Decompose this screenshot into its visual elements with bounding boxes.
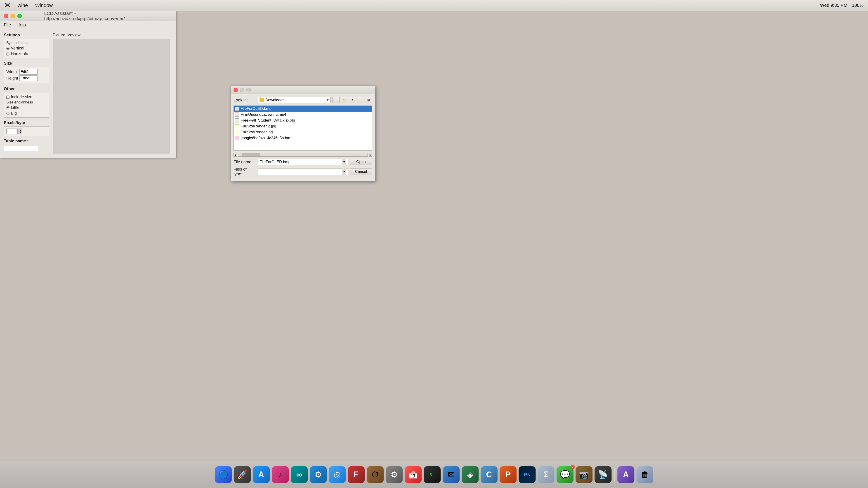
file-item-3[interactable]: FullSizeRender 2.jpg [234, 123, 372, 129]
width-input[interactable] [20, 69, 37, 74]
size-section: Size Width Height [4, 61, 49, 84]
alexwulff-icon: A [623, 470, 629, 480]
byte-orientation-group: Byte orientation Vertical Horizonta [4, 39, 49, 58]
dock-item-timemachine[interactable]: ⏱ [367, 466, 384, 483]
dock-separator [614, 468, 615, 482]
window-minimize-button[interactable] [11, 14, 15, 18]
apple-menu[interactable]: ⌘ [4, 2, 10, 9]
dock-item-carbon[interactable]: ◈ [462, 466, 479, 483]
width-row: Width [6, 69, 46, 74]
coda-icon: C [486, 470, 492, 480]
pixels-row: ▲ ▼ [6, 129, 46, 134]
file-icon-mp4 [235, 112, 239, 117]
scrollbar-area: ◀ ▶ [234, 153, 372, 157]
files-of-type-combo[interactable]: ▼ [258, 168, 348, 175]
file-icon-bmp [235, 107, 239, 111]
radio-horizontal-dot [6, 53, 9, 56]
dock-item-airfoil[interactable]: 📡 [594, 466, 612, 483]
file-name-2: Free-Fall_Student_Data.xlsx.xls [241, 118, 295, 123]
height-label: Height [6, 76, 18, 80]
file-name-value: FileForOLED.bmp [259, 160, 342, 164]
radio-vertical[interactable]: Vertical [6, 46, 46, 51]
look-in-combo[interactable]: Downloads ▼ [258, 97, 331, 103]
table-name-label: Table name : [4, 139, 49, 143]
window-titlebar: LCD Assistant – http://en.radzio.dxp.pl/… [0, 11, 176, 21]
open-button[interactable]: Open [350, 159, 372, 165]
file-item-2[interactable]: Free-Fall_Student_Data.xlsx.xls [234, 118, 372, 123]
dialog-close-button[interactable] [234, 88, 238, 92]
files-of-type-label: Files of type: [234, 167, 256, 176]
dock-item-finder[interactable]: 🔵 [215, 466, 232, 483]
dock-item-iphoto[interactable]: 📷 [576, 466, 593, 483]
menubar-right: Wed 9:35 PM 100% [820, 3, 864, 8]
look-in-label: Look in: [234, 98, 256, 103]
pixels-section: Pixels/byte ▲ ▼ [4, 121, 49, 136]
dock-item-coda[interactable]: C [480, 466, 498, 483]
window-close-button[interactable] [4, 14, 8, 18]
photoshop-icon: Ps [524, 472, 530, 478]
app-menu-wine[interactable]: wine [18, 2, 28, 8]
dock-item-syspref[interactable]: ⚙ [385, 466, 403, 483]
dock-item-photoshop[interactable]: Ps [519, 466, 536, 483]
height-input[interactable] [20, 75, 37, 81]
dock-item-appstore[interactable]: A [253, 466, 270, 483]
combo-arrow-icon: ▼ [327, 98, 329, 102]
toolbar-list-button[interactable]: ≡ [349, 97, 356, 103]
file-dialog: Look in: Downloads ▼ ↑ 📁 ≡ ☰ ⊞ FileForOL… [230, 86, 375, 181]
dock-item-filezilla[interactable]: F [348, 466, 365, 483]
dialog-toolbar: ↑ 📁 ≡ ☰ ⊞ [333, 97, 372, 103]
file-name-combo-arrow-icon[interactable]: ▼ [342, 159, 346, 165]
file-list[interactable]: FileForOLED.bmp FirmUnsungLacewing.mp4 F… [234, 105, 372, 151]
toolbar-preview-button[interactable]: ⊞ [365, 97, 372, 103]
scroll-left-button[interactable]: ◀ [234, 153, 237, 157]
dock-item-launchpad[interactable]: 🚀 [234, 466, 251, 483]
menu-file[interactable]: File [4, 22, 11, 28]
dock-item-terminal[interactable]: $_ [424, 466, 441, 483]
radio-little[interactable]: Little [6, 105, 46, 110]
dock-item-messages[interactable]: 2 💬 [557, 466, 574, 483]
cancel-button[interactable]: Cancel [350, 168, 372, 175]
file-item-0[interactable]: FileForOLED.bmp [234, 106, 372, 111]
file-icon-jpg-1 [235, 124, 239, 128]
carbon-icon: ◈ [467, 470, 473, 480]
file-item-4[interactable]: FullSizeRender.jpg [234, 129, 372, 135]
dock-item-mail[interactable]: ✉ [442, 466, 460, 483]
menu-help[interactable]: Help [17, 22, 26, 28]
pixels-down-button[interactable]: ▼ [19, 131, 22, 134]
size-content: Width Height [4, 67, 49, 84]
file-item-1[interactable]: FirmUnsungLacewing.mp4 [234, 111, 372, 118]
dock-item-trash[interactable]: 🗑 [636, 466, 653, 483]
dock-item-arduino[interactable]: ∞ [291, 466, 308, 483]
dock-item-ical[interactable]: 📅 [405, 466, 422, 483]
dock-item-xcode[interactable]: ⚙ [310, 466, 327, 483]
dock-item-itunes[interactable]: ♪ [272, 466, 289, 483]
terminal-icon: $_ [429, 472, 435, 477]
dialog-content: Look in: Downloads ▼ ↑ 📁 ≡ ☰ ⊞ FileForOL… [231, 94, 375, 181]
radio-big[interactable]: Big [6, 111, 46, 116]
pixels-up-button[interactable]: ▲ [19, 129, 22, 131]
scrollbar-thumb [242, 153, 260, 156]
messages-badge: 2 [571, 465, 575, 469]
table-name-input[interactable] [4, 146, 38, 151]
pixels-input[interactable] [6, 129, 18, 134]
toolbar-detail-button[interactable]: ☰ [357, 97, 364, 103]
dialog-traffic-lights [234, 88, 251, 92]
file-item-5[interactable]: google6ba94a14c246a5a.html [234, 135, 372, 141]
horizontal-scrollbar[interactable] [238, 153, 368, 157]
files-of-type-combo-arrow-icon[interactable]: ▼ [342, 168, 346, 175]
file-name-combo[interactable]: FileForOLED.bmp ▼ [258, 159, 348, 165]
app-menu-window[interactable]: Window [35, 2, 53, 8]
radio-vertical-dot [6, 47, 9, 50]
dock-item-alexwulff[interactable]: A [617, 466, 634, 483]
scroll-right-button[interactable]: ▶ [369, 153, 372, 157]
toolbar-up-button[interactable]: ↑ [333, 97, 340, 103]
app-content: Settings Byte orientation Vertical Horiz… [0, 29, 176, 158]
window-maximize-button[interactable] [18, 14, 22, 18]
dock-item-soulver[interactable]: Σ [537, 466, 555, 483]
radio-horizontal[interactable]: Horizonta [6, 52, 46, 56]
include-size-checkbox[interactable] [6, 96, 9, 99]
size-endianness-label: Size endianness [6, 100, 46, 104]
dock-item-cocoapad[interactable]: P [500, 466, 517, 483]
dock-item-safari[interactable]: ◎ [329, 466, 346, 483]
toolbar-new-folder-button[interactable]: 📁 [341, 97, 348, 103]
